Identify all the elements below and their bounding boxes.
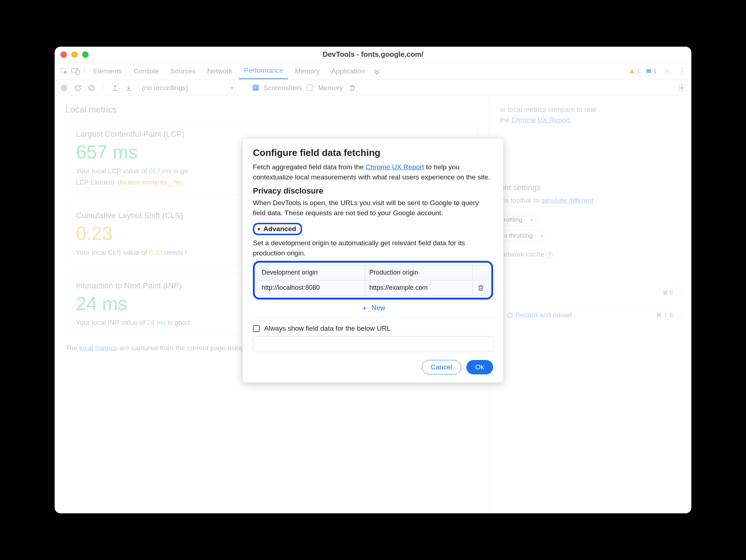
- more-tabs-icon[interactable]: [372, 66, 382, 76]
- kebab-menu-icon[interactable]: [677, 66, 687, 76]
- issues-count: 1: [653, 68, 657, 75]
- toolbar-settings-icon[interactable]: [678, 84, 686, 92]
- local-metrics-link[interactable]: local metrics: [79, 344, 118, 352]
- dialog-desc: Fetch aggregated field data from the Chr…: [253, 162, 493, 182]
- titlebar: DevTools - fonts.google.com/: [55, 47, 691, 63]
- upload-icon[interactable]: [111, 84, 119, 92]
- add-new-row-button[interactable]: ＋ New: [253, 300, 493, 318]
- always-show-row: Always show field data for the below URL: [253, 324, 493, 332]
- warnings-count: 1: [637, 68, 640, 75]
- record-action[interactable]: x ⌘ E: [500, 284, 681, 301]
- th-prod-origin: Production origin: [365, 265, 473, 280]
- origin-mapping-table: Development origin Production origin htt…: [253, 261, 493, 300]
- minimize-window-icon[interactable]: [71, 51, 78, 58]
- tab-application[interactable]: Application: [326, 64, 370, 79]
- chevron-down-icon: ▼: [257, 226, 261, 232]
- tab-elements[interactable]: Elements: [88, 64, 127, 79]
- field-data-panel: ur local metrics compare to real the Chr…: [489, 96, 691, 513]
- plus-icon: ＋: [361, 304, 369, 312]
- tab-sources[interactable]: Sources: [165, 64, 201, 79]
- tab-network[interactable]: Network: [202, 64, 238, 79]
- svg-point-6: [681, 71, 683, 72]
- dev-origin-cell[interactable]: http://localhost:8080: [257, 280, 365, 296]
- svg-point-4: [666, 70, 668, 72]
- always-show-label: Always show field data for the below URL: [264, 324, 391, 332]
- recordings-label: (no recordings): [142, 84, 188, 92]
- devtools-window: DevTools - fonts.google.com/ Elements Co…: [55, 47, 691, 513]
- svg-point-9: [63, 87, 65, 89]
- memory-label: Memory: [318, 84, 343, 92]
- url-override-input[interactable]: [253, 336, 493, 352]
- configure-field-data-dialog: Configure field data fetching Fetch aggr…: [243, 139, 503, 382]
- privacy-text: When DevTools is open, the URLs you visi…: [253, 198, 493, 218]
- simulate-link[interactable]: simulate different: [541, 196, 593, 204]
- window-controls: [60, 51, 89, 58]
- download-icon[interactable]: [124, 84, 133, 92]
- cpu-throttle-select[interactable]: rottling▼: [500, 215, 538, 225]
- privacy-title: Privacy disclosure: [253, 186, 493, 196]
- network-throttle-select[interactable]: o throttling▼: [500, 230, 548, 241]
- performance-toolbar: (no recordings) ▼ Screenshots Memory: [55, 80, 691, 96]
- dialog-title: Configure field data fetching: [253, 147, 493, 158]
- th-dev-origin: Development origin: [257, 265, 365, 280]
- ok-button[interactable]: Ok: [466, 360, 493, 374]
- crux-link[interactable]: Chrome UX Report: [512, 116, 570, 124]
- advanced-label: Advanced: [263, 225, 296, 233]
- lcp-label: Largest Contentful Paint (LCP): [76, 130, 467, 139]
- screenshots-checkbox[interactable]: [253, 85, 259, 91]
- clear-icon[interactable]: [87, 84, 96, 92]
- record-kbd: ⌘ E: [662, 289, 674, 296]
- device-toolbar-icon[interactable]: [71, 66, 81, 76]
- svg-point-7: [681, 73, 683, 75]
- delete-row-button[interactable]: [473, 280, 489, 296]
- screenshots-label: Screenshots: [264, 84, 302, 92]
- always-show-checkbox[interactable]: [253, 325, 260, 332]
- reload-icon[interactable]: [73, 84, 82, 92]
- window-title: DevTools - fonts.google.com/: [323, 50, 424, 59]
- tab-memory[interactable]: Memory: [290, 64, 325, 79]
- svg-point-5: [681, 68, 683, 69]
- settings-icon[interactable]: [662, 66, 672, 76]
- record-icon[interactable]: [60, 84, 68, 92]
- tab-performance[interactable]: Performance: [239, 63, 288, 79]
- svg-point-11: [681, 87, 683, 89]
- advanced-desc: Set a development origin to automaticall…: [253, 238, 493, 258]
- new-label: New: [372, 304, 385, 312]
- recordings-dropdown[interactable]: (no recordings) ▼: [138, 83, 238, 93]
- svg-rect-3: [646, 69, 651, 73]
- cache-row: network cache ?: [500, 249, 681, 260]
- env-settings-title: ent settings: [500, 183, 681, 192]
- local-metrics-title: Local metrics: [65, 105, 478, 115]
- maximize-window-icon[interactable]: [82, 51, 89, 58]
- issues-badge[interactable]: 1: [645, 68, 657, 75]
- memory-checkbox[interactable]: [307, 85, 313, 91]
- record-reload-action[interactable]: Record and reload ⌘ ⇧ E: [500, 306, 681, 324]
- origin-row: http://localhost:8080 https://example.co…: [257, 280, 489, 296]
- record-reload-kbd: ⌘ ⇧ E: [656, 312, 674, 319]
- compare-text: ur local metrics compare to real the Chr…: [500, 105, 681, 125]
- garbage-collect-icon[interactable]: [348, 84, 357, 92]
- devtools-tabs: Elements Console Sources Network Perform…: [55, 63, 691, 80]
- warnings-badge[interactable]: 1: [629, 68, 640, 75]
- inspect-icon[interactable]: [59, 66, 69, 76]
- prod-origin-cell[interactable]: https://example.com: [365, 280, 473, 296]
- crux-report-link[interactable]: Chrome UX Report: [366, 163, 424, 171]
- close-window-icon[interactable]: [60, 51, 67, 58]
- tab-console[interactable]: Console: [128, 64, 164, 79]
- cancel-button[interactable]: Cancel: [422, 360, 461, 374]
- advanced-toggle[interactable]: ▼ Advanced: [253, 223, 302, 235]
- svg-rect-2: [76, 70, 79, 75]
